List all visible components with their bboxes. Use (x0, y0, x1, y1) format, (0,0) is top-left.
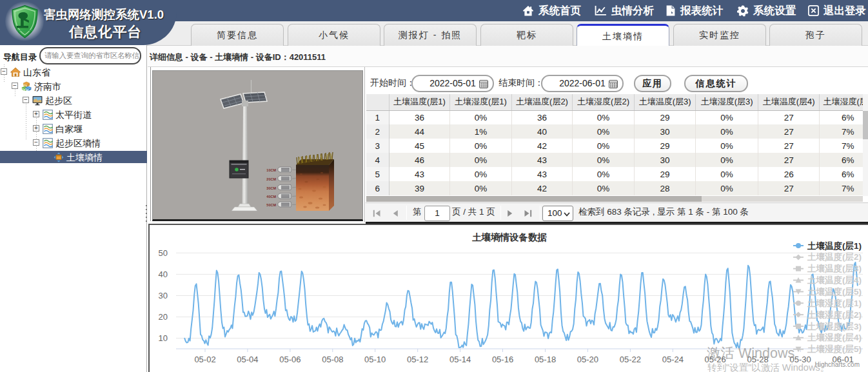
svg-text:20CM: 20CM (266, 177, 276, 181)
svg-text:05-02: 05-02 (194, 355, 215, 364)
svg-text:05-24: 05-24 (662, 355, 684, 364)
svg-text:50: 50 (159, 248, 168, 258)
svg-text:土壤温度(层5): 土壤温度(层5) (807, 287, 862, 297)
svg-text:05-10: 05-10 (364, 355, 386, 364)
svg-text:土壤温度(层1): 土壤温度(层1) (807, 241, 862, 251)
svg-text:土壤湿度(层2): 土壤湿度(层2) (807, 310, 862, 320)
svg-text:40: 40 (159, 269, 168, 279)
svg-text:30CM: 30CM (266, 186, 276, 190)
svg-text:土壤湿度(层1): 土壤湿度(层1) (807, 299, 862, 308)
svg-text:05-14: 05-14 (449, 355, 471, 364)
svg-text:土壤湿度(层4): 土壤湿度(层4) (807, 333, 862, 342)
svg-text:05-08: 05-08 (322, 355, 343, 364)
svg-text:05-04: 05-04 (237, 355, 258, 364)
svg-text:土壤温度(层2): 土壤温度(层2) (807, 252, 862, 262)
svg-text:土壤湿度(层5): 土壤湿度(层5) (807, 344, 862, 354)
svg-text:05-12: 05-12 (407, 355, 428, 364)
svg-text:转到"设置"以激活 Windows。: 转到"设置"以激活 Windows。 (707, 362, 829, 372)
svg-text:土壤温度(层3): 土壤温度(层3) (807, 264, 862, 273)
svg-text:土壤墒情设备数据: 土壤墒情设备数据 (472, 232, 547, 242)
svg-text:Highcharts.com: Highcharts.com (815, 361, 860, 368)
svg-text:10CM: 10CM (266, 168, 276, 172)
svg-text:40CM: 40CM (266, 195, 276, 199)
svg-text:20: 20 (159, 312, 168, 322)
svg-text:05-22: 05-22 (620, 355, 641, 364)
svg-text:50CM: 50CM (266, 203, 276, 207)
svg-text:05-18: 05-18 (535, 355, 556, 364)
svg-text:05-16: 05-16 (492, 355, 513, 364)
svg-text:土壤湿度(层3): 土壤湿度(层3) (807, 322, 862, 331)
svg-text:激活 Windows: 激活 Windows (707, 346, 794, 361)
svg-text:05-06: 05-06 (279, 355, 301, 364)
svg-text:30: 30 (159, 291, 168, 300)
svg-text:土壤温度(层4): 土壤温度(层4) (807, 275, 862, 285)
svg-text:05-20: 05-20 (577, 355, 598, 364)
svg-text:10: 10 (159, 333, 168, 343)
